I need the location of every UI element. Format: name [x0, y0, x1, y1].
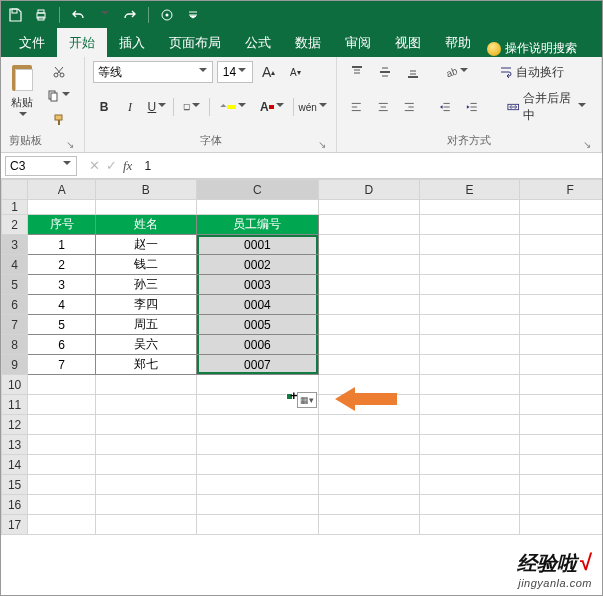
- cell[interactable]: [419, 295, 520, 315]
- row-header-4[interactable]: 4: [2, 255, 28, 275]
- cell[interactable]: [319, 415, 420, 435]
- cell[interactable]: 周五: [96, 315, 197, 335]
- cell[interactable]: [28, 515, 96, 535]
- cell[interactable]: [520, 495, 602, 515]
- cell[interactable]: 2: [28, 255, 96, 275]
- cell[interactable]: [319, 315, 420, 335]
- cell[interactable]: [419, 315, 520, 335]
- cell[interactable]: [196, 495, 318, 515]
- cell[interactable]: 钱二: [96, 255, 197, 275]
- increase-indent-button[interactable]: [461, 96, 484, 118]
- cell[interactable]: [520, 455, 602, 475]
- cell[interactable]: [520, 315, 602, 335]
- cell[interactable]: [520, 515, 602, 535]
- cell[interactable]: [96, 495, 197, 515]
- cell[interactable]: [28, 455, 96, 475]
- font-launcher-icon[interactable]: ↘: [316, 139, 328, 150]
- cell[interactable]: 员工编号: [196, 215, 318, 235]
- cell[interactable]: [319, 355, 420, 375]
- font-name-select[interactable]: 等线: [93, 61, 213, 83]
- cell[interactable]: [419, 200, 520, 215]
- cell[interactable]: [419, 255, 520, 275]
- row-header-7[interactable]: 7: [2, 315, 28, 335]
- cell[interactable]: [520, 375, 602, 395]
- cell[interactable]: [319, 335, 420, 355]
- cell[interactable]: [520, 275, 602, 295]
- save-icon[interactable]: [7, 7, 23, 23]
- cell[interactable]: 7: [28, 355, 96, 375]
- cell[interactable]: 0002: [196, 255, 318, 275]
- row-header-15[interactable]: 15: [2, 475, 28, 495]
- paste-button[interactable]: 粘贴: [9, 61, 35, 121]
- col-header-F[interactable]: F: [520, 180, 602, 200]
- alignment-launcher-icon[interactable]: ↘: [581, 139, 593, 150]
- cancel-formula-icon[interactable]: ✕: [89, 158, 100, 173]
- cell[interactable]: [28, 395, 96, 415]
- cut-button[interactable]: [41, 61, 76, 83]
- phonetic-button[interactable]: wén: [297, 96, 328, 118]
- tab-page-layout[interactable]: 页面布局: [157, 28, 233, 57]
- cell[interactable]: 6: [28, 335, 96, 355]
- tab-data[interactable]: 数据: [283, 28, 333, 57]
- cell[interactable]: 赵一: [96, 235, 197, 255]
- orientation-button[interactable]: ab: [439, 61, 474, 83]
- cell[interactable]: [319, 515, 420, 535]
- wrap-text-button[interactable]: 自动换行: [492, 61, 571, 83]
- cell[interactable]: [419, 275, 520, 295]
- cell[interactable]: 李四: [96, 295, 197, 315]
- row-header-16[interactable]: 16: [2, 495, 28, 515]
- cell[interactable]: 序号: [28, 215, 96, 235]
- cell[interactable]: [96, 395, 197, 415]
- col-header-E[interactable]: E: [419, 180, 520, 200]
- cell[interactable]: [419, 375, 520, 395]
- row-header-2[interactable]: 2: [2, 215, 28, 235]
- tab-help[interactable]: 帮助: [433, 28, 483, 57]
- cell[interactable]: [419, 495, 520, 515]
- cell[interactable]: [319, 475, 420, 495]
- align-left-button[interactable]: [345, 96, 368, 118]
- select-all-corner[interactable]: [2, 180, 28, 200]
- cell[interactable]: [319, 255, 420, 275]
- cell[interactable]: [196, 415, 318, 435]
- cell[interactable]: [319, 235, 420, 255]
- autofill-options-button[interactable]: ▦▾: [297, 392, 317, 408]
- cell[interactable]: [96, 475, 197, 495]
- tab-formulas[interactable]: 公式: [233, 28, 283, 57]
- cell[interactable]: [319, 435, 420, 455]
- redo-icon[interactable]: [122, 7, 138, 23]
- cell[interactable]: [28, 415, 96, 435]
- cell[interactable]: [196, 200, 318, 215]
- tab-insert[interactable]: 插入: [107, 28, 157, 57]
- undo-icon[interactable]: [70, 7, 86, 23]
- cell[interactable]: 郑七: [96, 355, 197, 375]
- align-bottom-button[interactable]: [401, 61, 425, 83]
- decrease-indent-button[interactable]: [434, 96, 457, 118]
- cell[interactable]: [96, 200, 197, 215]
- cell[interactable]: [96, 435, 197, 455]
- cell[interactable]: 3: [28, 275, 96, 295]
- font-size-select[interactable]: 14: [217, 61, 253, 83]
- cell[interactable]: [319, 455, 420, 475]
- fx-icon[interactable]: fx: [123, 158, 132, 174]
- touch-mode-icon[interactable]: [159, 7, 175, 23]
- shrink-font-button[interactable]: A▾: [284, 61, 306, 83]
- border-button[interactable]: [178, 96, 206, 118]
- cell[interactable]: [196, 475, 318, 495]
- cell[interactable]: [319, 495, 420, 515]
- cell[interactable]: [196, 455, 318, 475]
- undo-dropdown-icon[interactable]: [96, 7, 112, 23]
- fill-color-button[interactable]: [214, 96, 251, 118]
- cell[interactable]: [520, 415, 602, 435]
- cell[interactable]: [419, 415, 520, 435]
- tab-view[interactable]: 视图: [383, 28, 433, 57]
- align-top-button[interactable]: [345, 61, 369, 83]
- cell[interactable]: [319, 295, 420, 315]
- cell[interactable]: [419, 235, 520, 255]
- cell[interactable]: [520, 255, 602, 275]
- row-header-14[interactable]: 14: [2, 455, 28, 475]
- cell[interactable]: [520, 295, 602, 315]
- align-right-button[interactable]: [398, 96, 421, 118]
- row-header-8[interactable]: 8: [2, 335, 28, 355]
- name-box[interactable]: C3: [5, 156, 77, 176]
- copy-button[interactable]: [41, 85, 76, 107]
